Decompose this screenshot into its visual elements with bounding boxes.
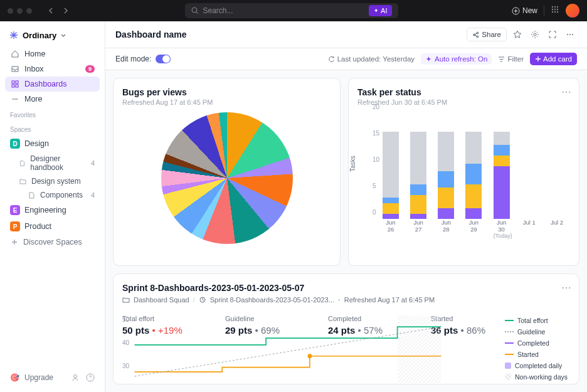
space-child[interactable]: Components4 <box>5 188 100 202</box>
svg-point-15 <box>13 98 14 100</box>
apps-icon[interactable] <box>551 5 559 16</box>
space-badge: D <box>10 139 20 149</box>
svg-point-10 <box>557 11 558 13</box>
svg-rect-14 <box>16 85 18 87</box>
svg-point-17 <box>16 98 18 100</box>
svg-point-6 <box>554 9 556 10</box>
invite-icon[interactable] <box>71 373 80 382</box>
crumb-sprint[interactable]: Sprint 8-Dashboards-2023-05-01-2023... <box>210 296 334 304</box>
space-child[interactable]: Design system <box>5 174 100 188</box>
svg-rect-13 <box>12 85 14 87</box>
more-icon <box>10 95 19 103</box>
folder-icon <box>19 177 27 186</box>
back-button[interactable] <box>45 4 57 17</box>
card-menu-button[interactable]: ⋯ <box>561 282 571 294</box>
sparkle-icon <box>425 56 432 63</box>
space-child[interactable]: Designer handbook4 <box>5 152 100 174</box>
favorite-button[interactable] <box>510 28 524 41</box>
space-badge: E <box>10 205 20 215</box>
user-avatar[interactable] <box>566 4 579 18</box>
forward-button[interactable] <box>60 4 72 17</box>
card-title: Bugs per views <box>122 87 331 97</box>
more-button[interactable] <box>563 28 577 41</box>
card-sprint: ⋯ Sprint 8-Dashboards-2023-05-01-2023-05… <box>113 273 579 384</box>
breadcrumb: Dashboard Squad / Sprint 8-Dashboards-20… <box>122 296 570 304</box>
svg-point-24 <box>567 34 568 35</box>
workspace-picker[interactable]: Ordinary <box>5 28 100 43</box>
pie-chart <box>161 112 293 244</box>
sprint-chart: 304050 <box>122 315 453 384</box>
favorites-label: Favorites <box>5 107 100 121</box>
home-icon <box>10 50 19 58</box>
refresh-icon <box>328 56 335 63</box>
bar <box>494 114 510 219</box>
svg-point-3 <box>554 6 556 8</box>
dashboard-title: Dashboard name <box>115 29 187 40</box>
y-axis-label: Tasks <box>349 156 356 172</box>
help-icon[interactable] <box>86 373 95 382</box>
add-card-button[interactable]: Add card <box>530 53 577 65</box>
doc-icon <box>28 191 36 199</box>
main-panel: Dashboard name Share Edit mode: <box>105 21 587 392</box>
svg-point-18 <box>74 375 77 378</box>
plus-icon <box>10 238 19 246</box>
card-subtitle: Refreshed Jun 30 at 6:45 PM <box>357 98 570 106</box>
space-badge: P <box>10 221 20 231</box>
traffic-min[interactable] <box>17 8 23 14</box>
upgrade-button[interactable]: Upgrade <box>24 373 53 382</box>
upgrade-icon: 🎯 <box>10 373 19 382</box>
svg-point-9 <box>554 11 556 13</box>
space-item[interactable]: DDesign <box>5 135 100 152</box>
sidebar-item-home[interactable]: Home <box>5 46 100 61</box>
space-item[interactable]: EEngineering <box>5 202 100 218</box>
ai-button[interactable]: ✦AI <box>369 5 392 16</box>
bar <box>383 114 399 219</box>
badge: 9 <box>85 65 95 73</box>
folder-icon <box>122 296 130 304</box>
legend-item: Completed daily <box>505 362 568 369</box>
search-icon <box>191 7 199 14</box>
traffic-close[interactable] <box>8 8 13 14</box>
bar <box>521 114 537 219</box>
svg-point-7 <box>557 9 558 10</box>
doc-icon <box>19 159 26 167</box>
space-item[interactable]: PProduct <box>5 218 100 235</box>
legend-item: Guideline <box>505 328 568 336</box>
crumb-refreshed: Refreshed Aug 17 at 6:45 PM <box>344 296 435 304</box>
filter-button[interactable]: Filter <box>498 55 524 63</box>
plus-icon <box>535 56 541 62</box>
sidebar-item-more[interactable]: More <box>5 92 100 107</box>
bar <box>549 114 565 219</box>
traffic-max[interactable] <box>26 8 32 14</box>
share-icon <box>472 31 479 38</box>
svg-point-5 <box>552 9 553 10</box>
expand-button[interactable] <box>546 28 559 41</box>
inbox-icon <box>10 65 19 73</box>
filter-icon <box>498 56 505 63</box>
edit-mode-toggle[interactable] <box>156 55 171 63</box>
svg-rect-12 <box>16 81 18 83</box>
svg-point-4 <box>557 6 558 8</box>
card-task-per-status: ⋯ Task per status Refreshed Jun 30 at 6:… <box>348 78 579 266</box>
plus-circle-icon <box>512 7 520 15</box>
card-menu-button[interactable]: ⋯ <box>561 86 571 98</box>
sidebar: Ordinary HomeInbox9DashboardsMore Favori… <box>0 21 105 392</box>
sidebar-item-inbox[interactable]: Inbox9 <box>5 61 100 77</box>
auto-refresh-button[interactable]: Auto refresh: On <box>421 53 492 65</box>
spaces-label: Spaces <box>5 121 100 135</box>
settings-button[interactable] <box>528 28 542 41</box>
new-button[interactable]: New <box>512 6 537 15</box>
legend-item: Non-working days <box>505 373 568 381</box>
bar <box>438 114 454 219</box>
svg-point-29 <box>307 354 312 358</box>
crumb-folder[interactable]: Dashboard Squad <box>134 296 189 304</box>
svg-point-2 <box>552 6 553 8</box>
bar <box>465 114 482 219</box>
card-bugs-per-views: Bugs per views Refreshed Aug 17 at 6:45 … <box>113 78 341 266</box>
card-subtitle: Refreshed Aug 17 at 6:45 PM <box>122 98 331 106</box>
search-input[interactable]: Search... ✦AI <box>185 3 398 18</box>
sidebar-item-dashboards[interactable]: Dashboards <box>5 77 100 92</box>
share-button[interactable]: Share <box>467 28 507 41</box>
svg-point-26 <box>572 34 573 35</box>
discover-spaces[interactable]: Discover Spaces <box>5 235 100 250</box>
